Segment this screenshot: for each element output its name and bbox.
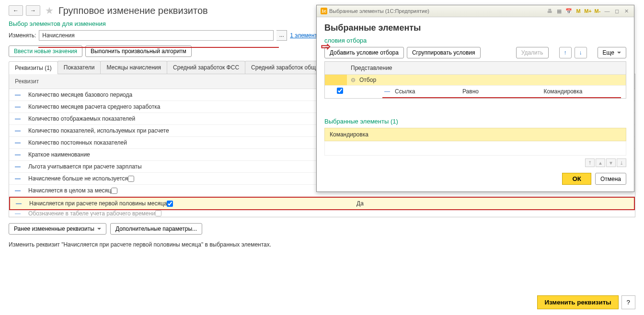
filter-condition-checkbox[interactable] <box>337 88 343 94</box>
dash-icon: — <box>15 175 21 182</box>
maximize-icon[interactable]: ◻ <box>613 7 621 15</box>
filter-field: Ссылка <box>395 88 415 95</box>
page-title: Групповое изменение реквизитов <box>58 5 208 16</box>
grid-row[interactable]: —Обозначение в табеле учета рабочего вре… <box>9 210 635 217</box>
filter-header-label: Представление <box>351 65 392 71</box>
row-value: Да <box>356 200 364 207</box>
selected-item-row[interactable]: Командировка <box>324 128 626 141</box>
elements-count-link[interactable]: 1 элемент <box>290 32 317 39</box>
calendar-icon[interactable]: 📅 <box>565 7 573 15</box>
add-filter-button[interactable]: Добавить условие отбора <box>324 47 404 58</box>
row-checkbox[interactable] <box>155 210 161 216</box>
selected-section-title: Выбранные элементы (1) <box>324 118 626 125</box>
m-plus-button[interactable]: M+ <box>584 7 592 15</box>
dash-icon: — <box>15 127 21 134</box>
more-button[interactable]: Еще <box>598 47 626 58</box>
dash-icon: — <box>16 200 22 207</box>
dash-icon: — <box>15 151 21 158</box>
ok-button[interactable]: ОК <box>562 173 591 185</box>
row-checkbox[interactable] <box>111 188 117 194</box>
sort-down-icon[interactable]: ▼ <box>606 158 616 167</box>
sort-buttons: ⤒ ▲ ▼ ⤓ <box>324 158 626 167</box>
print-icon[interactable]: 🖶 <box>546 7 553 15</box>
dash-icon: — <box>15 163 21 170</box>
underline-decoration <box>38 47 279 48</box>
collapse-icon[interactable]: ⊖ <box>351 77 356 83</box>
grid-row[interactable]: —Начисляется при расчете первой половины… <box>9 197 635 210</box>
row-label: Обозначение в табеле учета рабочего врем… <box>28 210 155 217</box>
close-icon[interactable]: ✕ <box>622 7 630 15</box>
change-ellipsis-button[interactable]: ... <box>276 30 287 41</box>
row-label: Начисляется в целом за месяц <box>28 187 111 194</box>
red-arrow-annotation: ⇨ <box>321 40 331 53</box>
filter-operator: Равно <box>437 88 504 95</box>
filter-value: Командировка <box>504 88 622 95</box>
row-label: Количество месяцев расчета среднего зара… <box>28 103 160 110</box>
dash-icon: — <box>384 88 390 95</box>
dialog-titlebar: 1c Выбранные элементы (1С:Предприятие) 🖶… <box>317 5 634 17</box>
dash-icon: — <box>15 115 21 122</box>
row-label: Краткое наименование <box>28 151 90 158</box>
sort-bottom-icon[interactable]: ⤓ <box>617 158 626 167</box>
sort-up-icon[interactable]: ▲ <box>596 158 605 167</box>
filter-grid: Представление ⊖ Отбор —Ссылка Равно Кома… <box>324 61 626 99</box>
row-checkbox[interactable] <box>128 176 134 182</box>
change-input[interactable]: Начисления <box>39 30 274 41</box>
m-button[interactable]: M <box>575 7 582 15</box>
dialog-title-text: Выбранные элементы (1С:Предприятие) <box>329 8 429 14</box>
group-filter-button[interactable]: Сгруппировать условия <box>407 47 481 58</box>
row-label: Количество постоянных показателей <box>28 139 127 146</box>
dash-icon: — <box>15 91 21 98</box>
row-label: Количество показателей, используемых при… <box>28 127 169 134</box>
minimize-icon[interactable]: — <box>603 7 611 15</box>
row-label: Количество отображаемых показателей <box>28 115 135 122</box>
row-label: Начисление больше не используется <box>28 175 128 182</box>
nav-forward-button[interactable]: → <box>26 5 40 16</box>
dash-icon: — <box>15 187 21 194</box>
dash-icon: — <box>15 103 21 110</box>
change-input-value: Начисления <box>42 32 75 39</box>
app-logo-icon: 1c <box>321 8 327 14</box>
filter-toolbar: Добавить условие отбора Сгруппировать ус… <box>324 47 626 58</box>
dash-icon: — <box>15 139 21 146</box>
tab-requisites[interactable]: Реквизиты (1) <box>9 61 58 74</box>
red-underline <box>382 97 621 98</box>
tab-months[interactable]: Месяцы начисления <box>100 61 167 74</box>
apply-changes-button[interactable]: Изменить реквизиты <box>537 295 618 309</box>
tab-avg-common[interactable]: Средний заработок общ <box>245 61 322 74</box>
previously-changed-button[interactable]: Ранее измененные реквизиты <box>9 223 106 235</box>
move-down-button[interactable]: ↓ <box>575 47 587 58</box>
help-button[interactable]: ? <box>621 295 635 309</box>
grid-icon[interactable]: ▦ <box>555 7 563 15</box>
row-checkbox[interactable] <box>167 201 173 207</box>
row-label: Льгота учитывается при расчете зарплаты <box>28 163 142 170</box>
delete-filter-button[interactable]: Удалить <box>516 47 549 58</box>
row-label: Количество месяцев базового периода <box>28 91 132 98</box>
sort-top-icon[interactable]: ⤒ <box>585 158 595 167</box>
nav-back-button[interactable]: ← <box>9 5 23 16</box>
dash-icon: — <box>15 210 21 217</box>
extra-params-button[interactable]: Дополнительные параметры... <box>110 223 202 235</box>
dialog-footer: ОК Отмена <box>317 173 634 191</box>
dialog-heading: Выбранные элементы <box>324 23 626 33</box>
bottom-actions: Ранее измененные реквизиты Дополнительны… <box>9 223 635 235</box>
summary-text: Изменить реквизит "Начисляется при расче… <box>9 241 635 248</box>
tab-avg-fss[interactable]: Средний заработок ФСС <box>167 61 245 74</box>
tab-indicators[interactable]: Показатели <box>58 61 101 74</box>
move-up-button[interactable]: ↑ <box>559 47 572 58</box>
filter-root-label: Отбор <box>359 77 376 83</box>
footer-buttons: Изменить реквизиты ? <box>537 295 635 309</box>
filter-section-title: словия отбора <box>324 37 626 44</box>
favorite-star-icon[interactable]: ★ <box>45 5 54 16</box>
change-label: Изменять: <box>9 32 36 39</box>
row-label: Начисляется при расчете первой половины … <box>29 200 167 207</box>
filter-condition-row[interactable]: —Ссылка Равно Командировка <box>325 86 626 97</box>
cancel-button[interactable]: Отмена <box>595 173 626 185</box>
selected-elements-dialog: 1c Выбранные элементы (1С:Предприятие) 🖶… <box>316 5 634 192</box>
filter-root-row[interactable]: ⊖ Отбор <box>325 75 626 86</box>
m-minus-button[interactable]: M- <box>594 7 601 15</box>
filter-grid-header: Представление <box>325 62 626 75</box>
